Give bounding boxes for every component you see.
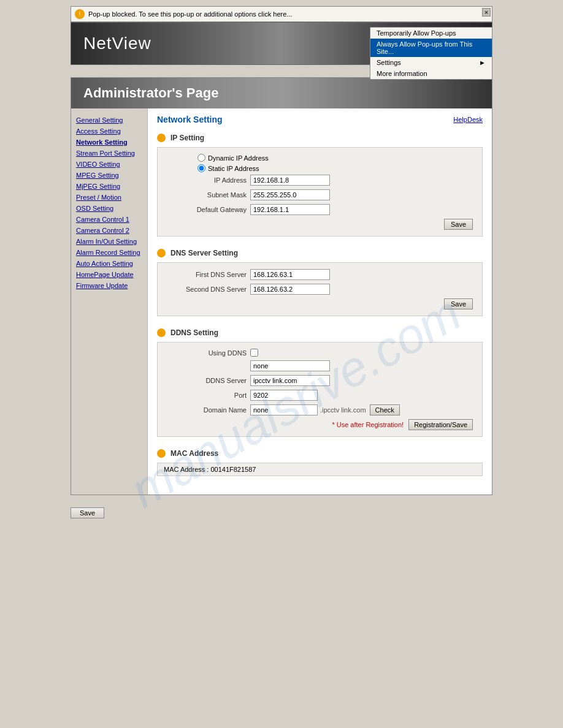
subnet-mask-label: Subnet Mask bbox=[167, 191, 247, 199]
sidebar-item-auto-action-setting[interactable]: Auto Action Setting bbox=[71, 258, 147, 269]
default-gateway-row: Default Gateway bbox=[167, 204, 473, 215]
port-label: Port bbox=[167, 392, 247, 399]
default-gateway-label: Default Gateway bbox=[167, 206, 247, 213]
netview-title: NetView bbox=[83, 34, 151, 53]
ip-section-dot bbox=[157, 134, 166, 142]
ip-address-row: IP Address bbox=[167, 175, 473, 186]
ip-section-title: IP Setting bbox=[170, 134, 204, 142]
ddns-section: DDNS Setting Using DDNS bbox=[157, 328, 483, 437]
ddns-server-row: DDNS Server bbox=[167, 375, 473, 386]
popup-bar[interactable]: ! Pop-up blocked. To see this pop-up or … bbox=[71, 6, 492, 22]
mac-label: MAC Address : bbox=[164, 466, 209, 473]
popup-menu-item-settings[interactable]: Settings ► bbox=[370, 57, 492, 68]
ip-address-label: IP Address bbox=[167, 176, 247, 184]
sidebar-item-mjpeg-setting[interactable]: MjPEG Setting bbox=[71, 181, 147, 192]
first-dns-row: First DNS Server bbox=[167, 269, 473, 280]
sidebar-item-general-setting[interactable]: General Setting bbox=[71, 115, 147, 126]
sidebar-item-osd-setting[interactable]: OSD Setting bbox=[71, 203, 147, 214]
ip-address-input[interactable] bbox=[250, 175, 330, 186]
sidebar-item-camera-control-1[interactable]: Camera Control 1 bbox=[71, 214, 147, 225]
page-title: Network Setting bbox=[157, 115, 223, 124]
sidebar-item-network-setting[interactable]: Network Setting bbox=[71, 137, 147, 148]
main-container: Administrator's Page General Setting Acc… bbox=[71, 77, 492, 495]
dns-section-dot bbox=[157, 249, 166, 257]
content-wrapper: General Setting Access Setting Network S… bbox=[71, 108, 492, 495]
dynamic-ip-radio[interactable] bbox=[197, 154, 205, 162]
popup-menu-item-temporarily[interactable]: Temporarily Allow Pop-ups bbox=[370, 28, 492, 39]
popup-icon: ! bbox=[75, 9, 85, 19]
popup-menu-item-more-info[interactable]: More information bbox=[370, 68, 492, 79]
domain-name-label: Domain Name bbox=[167, 406, 247, 414]
popup-close-button[interactable]: × bbox=[482, 8, 491, 17]
using-ddns-label: Using DDNS bbox=[167, 349, 247, 357]
static-ip-radio[interactable] bbox=[197, 164, 205, 172]
dynamic-ip-label: Dynamic IP Address bbox=[208, 154, 269, 162]
helpdesk-link[interactable]: HelpDesk bbox=[453, 116, 483, 123]
ddns-dropdown-input[interactable] bbox=[250, 360, 330, 371]
sidebar-item-mpeg-setting[interactable]: MPEG Setting bbox=[71, 170, 147, 181]
first-dns-label: First DNS Server bbox=[167, 271, 247, 278]
ddns-section-title: DDNS Setting bbox=[170, 328, 218, 337]
dns-section-title: DNS Server Setting bbox=[170, 249, 238, 257]
sidebar-item-alarm-inout-setting[interactable]: Alarm In/Out Setting bbox=[71, 236, 147, 247]
admin-header: Administrator's Page bbox=[71, 78, 492, 108]
mac-value: 00141F821587 bbox=[210, 466, 256, 473]
subnet-mask-input[interactable] bbox=[250, 189, 330, 200]
second-dns-input[interactable] bbox=[250, 284, 330, 295]
ddns-server-input[interactable] bbox=[250, 375, 330, 386]
sidebar: General Setting Access Setting Network S… bbox=[71, 108, 148, 495]
sidebar-item-homepage-update[interactable]: HomePage Update bbox=[71, 269, 147, 280]
ip-section-header: IP Setting bbox=[157, 134, 483, 142]
static-ip-label: Static IP Address bbox=[208, 165, 259, 172]
sidebar-item-stream-port-setting[interactable]: Stream Port Setting bbox=[71, 148, 147, 159]
bottom-save-button[interactable]: Save bbox=[71, 507, 104, 518]
ddns-server-label: DDNS Server bbox=[167, 377, 247, 384]
domain-name-input[interactable] bbox=[250, 404, 318, 415]
mac-section-dot bbox=[157, 449, 166, 458]
sidebar-item-alarm-record-setting[interactable]: Alarm Record Setting bbox=[71, 247, 147, 258]
dns-form-area: First DNS Server Second DNS Server Save bbox=[157, 262, 483, 316]
mac-row: MAC Address : 00141F821587 bbox=[157, 463, 483, 476]
ddns-form-area: Using DDNS DDNS Server bbox=[157, 342, 483, 437]
sidebar-item-preset-motion[interactable]: Preset / Motion bbox=[71, 192, 147, 203]
reg-save-row: * Use after Registration! Registration/S… bbox=[167, 419, 473, 430]
ip-save-button[interactable]: Save bbox=[444, 219, 473, 230]
using-ddns-row: Using DDNS bbox=[167, 349, 473, 357]
ddns-section-dot bbox=[157, 328, 166, 337]
static-ip-row: Static IP Address bbox=[197, 164, 473, 172]
dns-save-button[interactable]: Save bbox=[444, 298, 473, 309]
second-dns-row: Second DNS Server bbox=[167, 284, 473, 295]
reg-save-button[interactable]: Registration/Save bbox=[408, 419, 473, 430]
dynamic-ip-row: Dynamic IP Address bbox=[197, 154, 473, 162]
domain-name-row: Domain Name .ipcctv link.com Check bbox=[167, 404, 473, 415]
ddns-section-header: DDNS Setting bbox=[157, 328, 483, 337]
sidebar-item-access-setting[interactable]: Access Setting bbox=[71, 126, 147, 137]
sidebar-item-firmware-update[interactable]: Firmware Update bbox=[71, 280, 147, 291]
domain-suffix: .ipcctv link.com bbox=[320, 406, 366, 414]
subnet-mask-row: Subnet Mask bbox=[167, 189, 473, 200]
chevron-right-icon: ► bbox=[479, 59, 486, 66]
port-row: Port bbox=[167, 390, 473, 401]
mac-section: MAC Address MAC Address : 00141F821587 bbox=[157, 449, 483, 476]
default-gateway-input[interactable] bbox=[250, 204, 330, 215]
bottom-save-area: Save bbox=[71, 507, 492, 518]
mac-section-title: MAC Address bbox=[170, 449, 218, 458]
use-after-text: * Use after Registration! bbox=[332, 421, 404, 428]
first-dns-input[interactable] bbox=[250, 269, 330, 280]
sidebar-item-video-setting[interactable]: VIDEO Setting bbox=[71, 159, 147, 170]
check-button[interactable]: Check bbox=[370, 404, 400, 415]
ip-setting-section: IP Setting Dynamic IP Address Static IP … bbox=[157, 134, 483, 237]
using-ddns-checkbox[interactable] bbox=[250, 349, 258, 357]
dns-section-header: DNS Server Setting bbox=[157, 249, 483, 257]
port-input[interactable] bbox=[250, 390, 318, 401]
ip-form-area: Dynamic IP Address Static IP Address IP … bbox=[157, 147, 483, 237]
dns-save-row: Save bbox=[167, 298, 473, 309]
dns-section: DNS Server Setting First DNS Server Seco… bbox=[157, 249, 483, 316]
mac-section-header: MAC Address bbox=[157, 449, 483, 458]
ddns-dropdown-row bbox=[167, 360, 473, 371]
admin-header-title: Administrator's Page bbox=[83, 85, 218, 101]
main-content: Network Setting HelpDesk IP Setting Dyna… bbox=[148, 108, 492, 495]
popup-bar-text: Pop-up blocked. To see this pop-up or ad… bbox=[88, 10, 292, 18]
popup-menu-item-always-allow[interactable]: Always Allow Pop-ups from This Site... bbox=[370, 39, 492, 57]
sidebar-item-camera-control-2[interactable]: Camera Control 2 bbox=[71, 225, 147, 236]
